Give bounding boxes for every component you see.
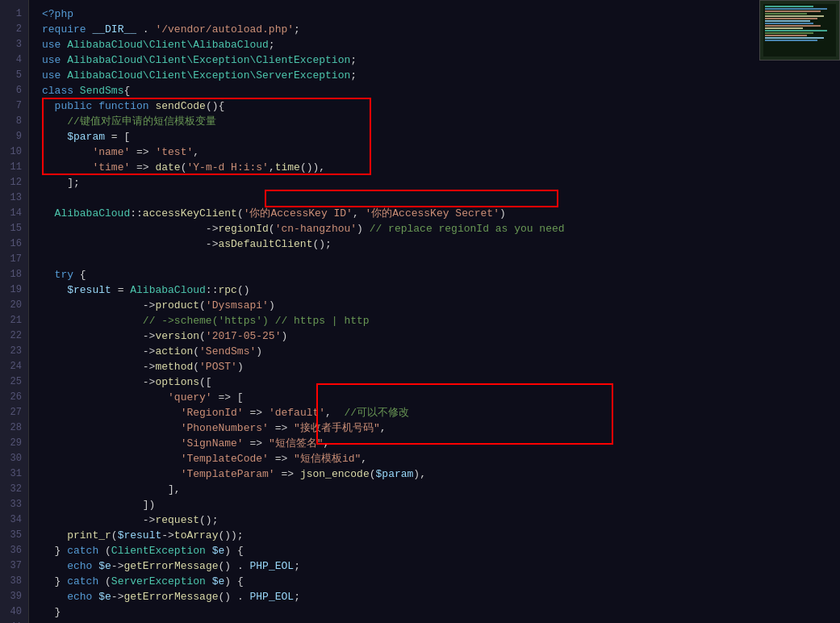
code-line-3: use AlibabaCloud\Client\AlibabaCloud; <box>42 37 840 52</box>
code-line-40: } <box>42 604 840 620</box>
code-line-31: 'TemplateParam' => json_encode($param), <box>42 466 840 482</box>
code-line-23: ->action('SendSms') <box>42 344 840 359</box>
code-line-8: //键值对应申请的短信模板变量 <box>42 114 840 129</box>
code-line-35: print_r($result->toArray()); <box>42 528 840 543</box>
code-line-18: try { <box>42 267 840 282</box>
thumbnail-preview <box>759 0 840 61</box>
line-numbers-panel: 1 2 3 4 5 6 7 8 9 10 11 12 13 14 15 16 1… <box>0 0 29 623</box>
code-line-4: use AlibabaCloud\Client\Exception\Client… <box>42 52 840 68</box>
code-line-26: 'query' => [ <box>42 390 840 405</box>
code-line-17 <box>42 252 840 267</box>
code-line-12: ]; <box>42 175 840 190</box>
code-line-24: ->method('POST') <box>42 359 840 374</box>
code-line-11: 'time' => date('Y-m-d H:i:s',time()), <box>42 160 840 175</box>
code-line-34: ->request(); <box>42 512 840 528</box>
code-line-15: ->regionId('cn-hangzhou') // replace reg… <box>42 221 840 236</box>
code-line-39: echo $e->getErrorMessage() . PHP_EOL; <box>42 589 840 604</box>
code-line-13 <box>42 190 840 206</box>
code-line-38: } catch (ServerException $e) { <box>42 574 840 589</box>
code-line-14: AlibabaCloud::accessKeyClient('你的AccessK… <box>42 206 840 221</box>
code-line-41: } <box>42 620 840 623</box>
code-line-16: ->asDefaultClient(); <box>42 236 840 252</box>
code-line-6: class SendSms{ <box>42 83 840 98</box>
code-line-20: ->product('Dysmsapi') <box>42 298 840 313</box>
code-line-19: $result = AlibabaCloud::rpc() <box>42 282 840 298</box>
code-line-9: $param = [ <box>42 129 840 144</box>
code-line-29: 'SignName' => "短信签名", <box>42 436 840 451</box>
code-line-27: 'RegionId' => 'default', //可以不修改 <box>42 405 840 420</box>
code-line-7: public function sendCode(){ <box>42 98 840 114</box>
code-line-30: 'TemplateCode' => "短信模板id", <box>42 451 840 466</box>
code-line-37: echo $e->getErrorMessage() . PHP_EOL; <box>42 558 840 574</box>
code-line-36: } catch (ClientException $e) { <box>42 543 840 558</box>
code-editor[interactable]: <?php require __DIR__ . '/vendor/autoloa… <box>29 0 840 623</box>
code-line-1: <?php <box>42 6 840 22</box>
code-line-10: 'name' => 'test', <box>42 144 840 160</box>
code-line-21: // ->scheme('https') // https | http <box>42 313 840 328</box>
code-line-5: use AlibabaCloud\Client\Exception\Server… <box>42 68 840 83</box>
code-line-25: ->options([ <box>42 374 840 390</box>
code-line-28: 'PhoneNumbers' => "接收者手机号码", <box>42 420 840 436</box>
code-line-32: ], <box>42 482 840 497</box>
code-line-33: ]) <box>42 497 840 512</box>
code-line-22: ->version('2017-05-25') <box>42 328 840 344</box>
code-line-2: require __DIR__ . '/vendor/autoload.php'… <box>42 22 840 37</box>
